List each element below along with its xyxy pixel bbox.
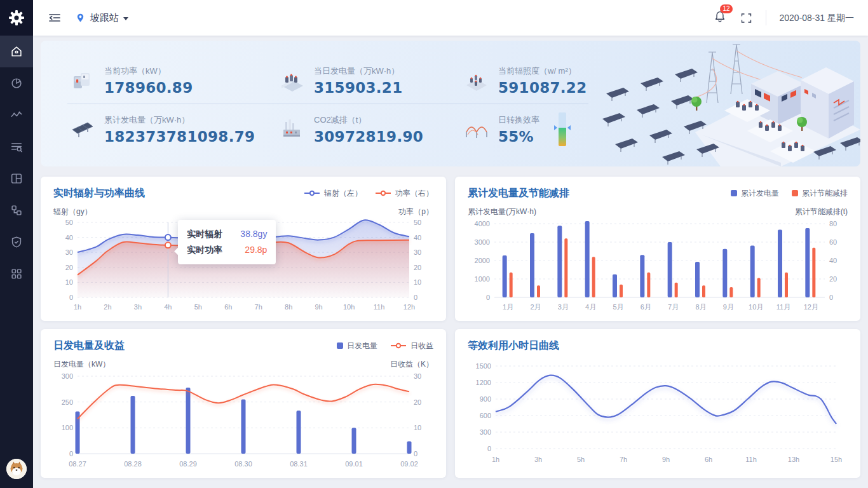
irradiance-icon xyxy=(464,69,489,92)
svg-text:40: 40 xyxy=(829,257,837,264)
svg-text:900: 900 xyxy=(480,395,491,403)
chart-title: 等效利用小时日曲线 xyxy=(468,339,559,353)
legend-item[interactable]: 日收益 xyxy=(390,341,433,351)
svg-text:10: 10 xyxy=(414,424,421,431)
legend-square-icon xyxy=(337,342,343,349)
kpi-value: 55% xyxy=(498,128,539,145)
legend-line-icon xyxy=(390,342,407,349)
station-name: 坡跟站 xyxy=(90,12,119,24)
svg-text:6h: 6h xyxy=(224,303,232,311)
grid-icon xyxy=(10,267,24,281)
svg-text:8月: 8月 xyxy=(695,303,706,311)
legend-item[interactable]: 辐射（左） xyxy=(304,188,362,199)
right-axis-name: 日收益（K） xyxy=(390,359,433,370)
radiation-power-chart[interactable]: 00101020203030404050501h2h3h4h5h6h7h8h9h… xyxy=(53,219,433,314)
svg-text:9h: 9h xyxy=(662,456,670,463)
sidebar-item-monitor[interactable] xyxy=(0,99,33,131)
legend-item[interactable]: 累计发电量 xyxy=(731,188,779,199)
svg-text:8h: 8h xyxy=(285,303,292,311)
kpi-label: 当前功率（kW） xyxy=(104,65,193,77)
sidebar-item-apps[interactable] xyxy=(0,258,33,290)
station-selector[interactable]: 坡跟站 xyxy=(75,12,128,24)
svg-text:5h: 5h xyxy=(577,456,585,463)
legend-item[interactable]: 累计节能减排 xyxy=(792,188,848,199)
svg-text:12月: 12月 xyxy=(804,303,818,311)
svg-text:5h: 5h xyxy=(194,303,202,311)
utilization-chart[interactable]: 0300600900120015001h3h5h7h9h6h11h13h15h xyxy=(468,360,848,466)
svg-text:80: 80 xyxy=(829,220,837,227)
kpi-value: 182373781098.79 xyxy=(104,128,255,145)
sidebar-item-analysis[interactable] xyxy=(0,67,33,99)
collapse-sidebar-button[interactable] xyxy=(47,10,62,25)
sidebar-item-devices[interactable] xyxy=(0,163,33,194)
card-radiation-power: 实时辐射与功率曲线 辐射（左）功率（右） 辐射（gy） 功率（p） 001010… xyxy=(41,177,446,321)
svg-text:3月: 3月 xyxy=(558,303,569,311)
svg-text:08.27: 08.27 xyxy=(69,460,86,468)
svg-text:1h: 1h xyxy=(74,303,81,311)
svg-text:20: 20 xyxy=(829,275,837,283)
sidebar-item-security[interactable] xyxy=(0,226,33,258)
kpi-value: 30972819.90 xyxy=(314,128,423,145)
svg-text:0: 0 xyxy=(486,294,490,301)
sidebar-item-topology[interactable] xyxy=(0,194,33,226)
card-cumulative: 累计发电量及节能减排 累计发电量累计节能减排 累计发电量(万kW·h) 累计节能… xyxy=(455,177,860,321)
svg-text:100: 100 xyxy=(62,424,73,431)
svg-text:1000: 1000 xyxy=(475,275,490,283)
notifications-button[interactable]: 12 xyxy=(713,10,727,26)
sidebar xyxy=(0,0,33,488)
solar-panel-icon xyxy=(70,118,95,141)
svg-text:20: 20 xyxy=(65,264,73,271)
list-search-icon xyxy=(10,140,24,154)
right-axis-name: 累计节能减排(t) xyxy=(795,207,848,217)
svg-text:4000: 4000 xyxy=(475,220,490,227)
svg-text:250: 250 xyxy=(62,398,73,406)
kpi-label: CO2减排（t） xyxy=(314,114,423,126)
legend-line-icon xyxy=(375,190,391,196)
svg-text:1月: 1月 xyxy=(503,303,513,311)
pie-chart-icon xyxy=(10,76,24,90)
svg-text:0: 0 xyxy=(414,450,417,458)
app-logo[interactable] xyxy=(0,0,33,36)
main-content: 当前功率（kW） 178960.89 当日发电量（万kW·h） 315903.2… xyxy=(33,36,868,488)
svg-text:15h: 15h xyxy=(831,456,842,463)
svg-text:30: 30 xyxy=(65,248,73,256)
user-avatar[interactable] xyxy=(6,459,27,479)
daily-chart[interactable]: 0010010250203003008.2708.2808.2908.3008.… xyxy=(53,371,433,471)
svg-text:7月: 7月 xyxy=(668,303,679,311)
sidebar-item-reports[interactable] xyxy=(0,131,33,163)
svg-text:09.01: 09.01 xyxy=(345,460,363,468)
efficiency-gauge xyxy=(559,112,566,147)
chart-title: 日发电量及收益 xyxy=(53,339,125,353)
left-axis-name: 累计发电量(万kW·h) xyxy=(468,207,536,217)
kpi-value: 591087.22 xyxy=(498,79,587,96)
svg-text:6月: 6月 xyxy=(641,303,651,311)
cumulative-chart[interactable]: 001000202000403000604000801月2月3月4月5月6月7月… xyxy=(468,219,848,314)
divider xyxy=(67,104,588,104)
legend: 辐射（左）功率（右） xyxy=(304,188,433,199)
svg-text:3000: 3000 xyxy=(475,238,490,246)
left-axis-name: 日发电量（kW） xyxy=(53,359,110,370)
svg-text:1500: 1500 xyxy=(476,362,491,370)
fullscreen-button[interactable] xyxy=(740,11,753,25)
kpi-irradiance: 当前辐照度（w/ m²） 591087.22 xyxy=(464,56,623,105)
sidebar-item-home[interactable] xyxy=(0,36,33,67)
svg-text:2月: 2月 xyxy=(530,303,541,311)
svg-text:9h: 9h xyxy=(315,303,323,311)
svg-text:9月: 9月 xyxy=(723,303,734,311)
kpi-banner: 当前功率（kW） 178960.89 当日发电量（万kW·h） 315903.2… xyxy=(41,41,860,166)
factory-icon xyxy=(280,118,305,141)
svg-text:600: 600 xyxy=(480,412,491,419)
svg-text:4月: 4月 xyxy=(585,303,596,311)
legend: 累计发电量累计节能减排 xyxy=(731,188,848,199)
legend-item[interactable]: 日发电量 xyxy=(337,341,377,351)
svg-text:60: 60 xyxy=(829,238,837,246)
legend: 日发电量日收益 xyxy=(337,341,433,351)
kpi-label: 当前辐照度（w/ m²） xyxy=(498,65,587,77)
legend-item[interactable]: 功率（右） xyxy=(375,188,433,199)
gear-logo-icon xyxy=(8,10,25,26)
svg-text:3h: 3h xyxy=(534,456,542,463)
right-axis-name: 功率（p） xyxy=(398,207,433,217)
svg-text:09.02: 09.02 xyxy=(400,460,418,468)
svg-text:7h: 7h xyxy=(620,456,627,463)
dashboard-app: 坡跟站 12 2020-08-31 星期一 xyxy=(0,0,868,488)
